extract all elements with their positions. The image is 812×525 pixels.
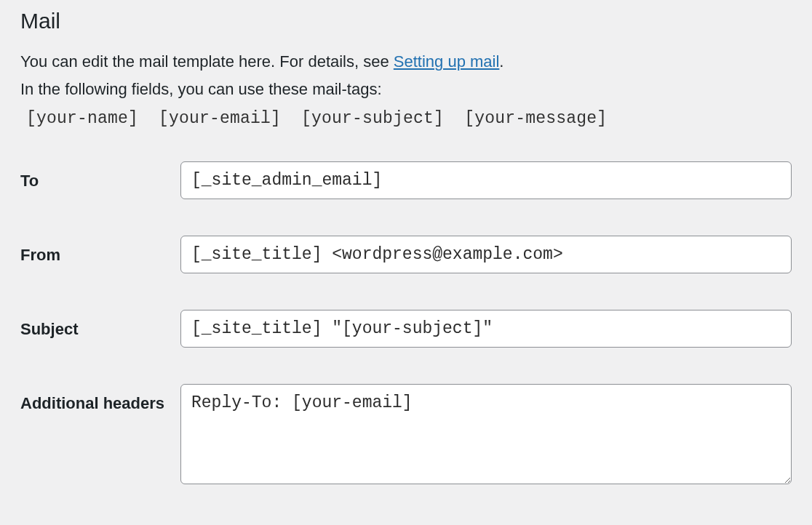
label-additional-headers: Additional headers [20, 384, 180, 415]
input-from[interactable] [180, 236, 792, 273]
mail-tag: [your-subject] [301, 109, 444, 128]
input-subject[interactable] [180, 310, 792, 348]
intro-line-1: You can edit the mail template here. For… [20, 49, 792, 74]
label-subject: Subject [20, 310, 180, 341]
row-additional-headers: Additional headers Reply-To: [your-email… [20, 384, 792, 487]
setting-up-mail-link[interactable]: Setting up mail [394, 52, 500, 71]
textarea-additional-headers[interactable]: Reply-To: [your-email] [180, 384, 792, 484]
intro-prefix: You can edit the mail template here. For… [20, 52, 394, 71]
input-to[interactable] [180, 161, 792, 199]
label-to: To [20, 161, 180, 193]
section-title: Mail [20, 9, 792, 33]
row-from: From [20, 236, 792, 273]
intro-line-2: In the following fields, you can use the… [20, 77, 792, 102]
mail-tag: [your-name] [26, 109, 138, 128]
mail-tag: [your-email] [159, 109, 281, 128]
intro-suffix: . [499, 52, 503, 71]
row-subject: Subject [20, 310, 792, 348]
mail-tags-list: [your-name] [your-email] [your-subject] … [20, 105, 792, 128]
label-from: From [20, 236, 180, 267]
row-to: To [20, 161, 792, 199]
mail-tag: [your-message] [464, 109, 607, 128]
